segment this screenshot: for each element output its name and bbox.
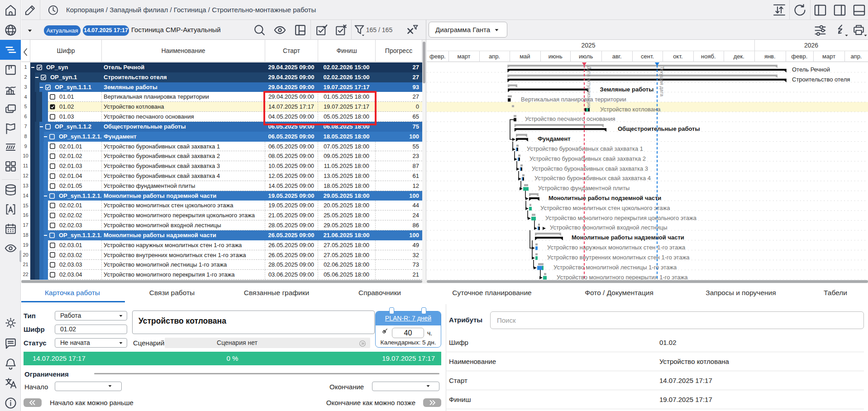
svg-text:Устройство монолитного перекры: Устройство монолитного перекрытия 1-го э… xyxy=(557,274,688,280)
svg-text:Устройство котлована: Устройство котлована xyxy=(600,106,661,113)
svg-text:Устройство буронабивных свай з: Устройство буронабивных свай захватка 1 xyxy=(527,145,643,152)
svg-text:Устройство наружных монолитных: Устройство наружных монолитных стен 1-го… xyxy=(547,244,686,251)
svg-text:Монолитные работы подземной ча: Монолитные работы подземной части xyxy=(548,195,661,201)
svg-text:Вертикальная планировка террит: Вертикальная планировка территории xyxy=(521,96,626,103)
svg-text:Устройство песчаного основания: Устройство песчаного основания xyxy=(525,115,615,122)
svg-text:Строительство отеля: Строительство отеля xyxy=(792,76,850,83)
svg-text:Общестроительные работы: Общестроительные работы xyxy=(618,125,700,132)
svg-text:Отель Речной: Отель Речной xyxy=(792,66,830,73)
svg-text:Фундамент: Фундамент xyxy=(538,135,571,142)
svg-text:Земляные работы: Земляные работы xyxy=(600,86,654,93)
svg-text:Устройство внутренних монолитн: Устройство внутренних монолитных стен 1-… xyxy=(547,254,690,261)
svg-text:Устройство монолитной входной: Устройство монолитной входной лестницы xyxy=(550,224,668,231)
svg-text:Устройство монолитного перекры: Устройство монолитного перекрытия цоколь… xyxy=(545,215,697,221)
svg-text:Устройство буронабивных свай з: Устройство буронабивных свай захватка 4 xyxy=(534,175,651,182)
svg-text:Устройство буронабивных свай з: Устройство буронабивных свай захватка 2 xyxy=(529,155,646,162)
svg-text:Монолитные работы надземной ча: Монолитные работы надземной части xyxy=(572,234,684,241)
svg-text:Дата актуализации: Дата актуализации xyxy=(587,66,592,108)
svg-text:Устройство монолитных стен цок: Устройство монолитных стен цокольного эт… xyxy=(540,205,670,211)
svg-text:Устройство буронабивных свай з: Устройство буронабивных свай захватка 3 xyxy=(532,165,648,172)
svg-text:Устройство монолитной лестницы: Устройство монолитной лестницы 1-го этаж… xyxy=(553,264,677,271)
svg-text:Текущая дата: Текущая дата xyxy=(659,66,665,96)
